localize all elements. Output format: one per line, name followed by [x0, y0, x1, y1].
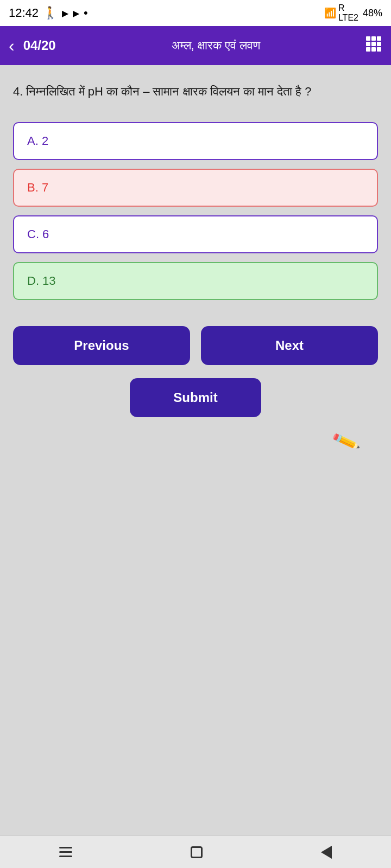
option-a[interactable]: A. 2: [13, 122, 378, 160]
back-triangle-icon: [321, 846, 332, 859]
bottom-home-button[interactable]: [191, 846, 203, 858]
dot-icon: •: [84, 6, 88, 20]
status-time: 12:42 🚶 ▶ ▶ •: [9, 6, 88, 20]
svg-rect-7: [371, 47, 376, 52]
play-icon-2: ▶: [73, 8, 79, 18]
option-c-label: C. 6: [27, 227, 49, 241]
option-b[interactable]: B. 7: [13, 169, 378, 207]
walk-icon: 🚶: [43, 6, 58, 20]
menu-lines-icon: [59, 847, 72, 857]
svg-rect-3: [366, 42, 370, 46]
signal-icon: RLTE2: [338, 3, 358, 23]
status-bar: 12:42 🚶 ▶ ▶ • 📶 RLTE2 48%: [0, 0, 391, 26]
svg-rect-0: [366, 36, 370, 41]
bottom-back-button[interactable]: [321, 846, 332, 859]
option-a-label: A. 2: [27, 134, 48, 148]
previous-button[interactable]: Previous: [13, 326, 190, 365]
option-d[interactable]: D. 13: [13, 262, 378, 300]
submit-button-wrap: Submit: [13, 378, 378, 417]
toolbar: ‹ 04/20 अम्ल, क्षारक एवं लवण: [0, 26, 391, 65]
next-button[interactable]: Next: [201, 326, 378, 365]
svg-rect-5: [377, 42, 381, 46]
option-b-label: B. 7: [27, 181, 48, 194]
battery-level: 48%: [363, 8, 382, 19]
grid-icon[interactable]: [365, 35, 382, 56]
time-display: 12:42: [9, 6, 39, 20]
progress-indicator: 04/20: [23, 38, 67, 53]
svg-rect-8: [377, 47, 381, 52]
bottom-menu-button[interactable]: [59, 847, 72, 857]
wifi-icon: 📶: [324, 7, 336, 19]
submit-button[interactable]: Submit: [130, 378, 261, 417]
toolbar-title: अम्ल, क्षारक एवं लवण: [75, 39, 356, 53]
svg-rect-6: [366, 47, 370, 52]
pencil-icon[interactable]: ✏️: [331, 427, 362, 457]
options-list: A. 2 B. 7 C. 6 D. 13: [13, 122, 378, 300]
back-button[interactable]: ‹: [9, 37, 15, 54]
svg-rect-1: [371, 36, 376, 41]
pencil-area: ✏️: [13, 430, 378, 453]
home-square-icon: [191, 846, 203, 858]
option-d-label: D. 13: [27, 274, 56, 288]
nav-buttons: Previous Next: [13, 326, 378, 365]
status-icons: 📶 RLTE2 48%: [324, 3, 382, 23]
svg-rect-2: [377, 36, 381, 41]
play-icon-1: ▶: [62, 8, 68, 18]
bottom-nav: [0, 835, 391, 868]
option-c[interactable]: C. 6: [13, 215, 378, 253]
svg-rect-4: [371, 42, 376, 46]
content-area: 4. निम्नलिखित में pH का कौन – सामान क्षा…: [0, 65, 391, 835]
question-text: 4. निम्नलिखित में pH का कौन – सामान क्षा…: [13, 82, 378, 100]
